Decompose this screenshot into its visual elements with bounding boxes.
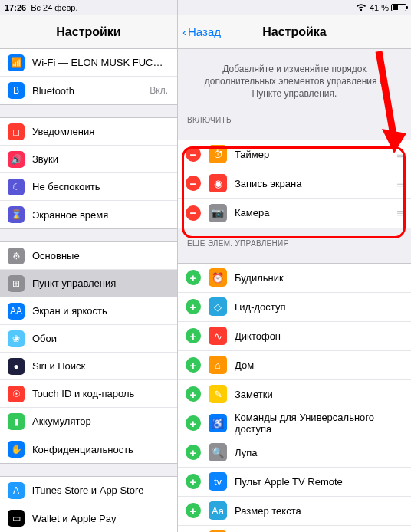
cc-row-timer: −⏱Таймер≡ [178,140,411,169]
settings-row-display[interactable]: AAЭкран и яркость [0,297,177,325]
cc-label: Лупа [235,447,403,458]
add-button[interactable]: + [186,357,201,373]
cc-label: Будильник [235,272,403,284]
right-list[interactable]: Добавляйте и изменяйте порядок дополните… [178,49,411,532]
add-button[interactable]: + [186,503,201,518]
cc-row-voice-memos: +∿Диктофон [178,322,411,351]
camera-icon: 📷 [209,204,227,222]
remove-button[interactable]: − [186,205,201,221]
back-button[interactable]: ‹ Назад [182,25,221,38]
cc-label: Камера [235,207,393,218]
settings-row-bluetooth[interactable]: BBluetoothВкл. [0,77,177,104]
row-label: Wallet и Apple Pay [32,513,169,524]
settings-row-privacy[interactable]: ✋Конфиденциальность [0,435,177,463]
row-label: Звуки [32,153,169,165]
settings-row-notifications[interactable]: ◻Уведомления [0,118,177,146]
left-list[interactable]: 📶Wi-Fi — ELON MUSK FUCKS SP…BBluetoothВк… [0,49,177,532]
settings-row-sounds[interactable]: 🔊Звуки [0,146,177,173]
settings-row-appstore[interactable]: AiTunes Store и App Store [0,477,177,504]
battery-icon [391,4,406,11]
cc-label: Диктофон [235,330,403,342]
siri-icon: ● [8,358,25,375]
settings-row-control-center[interactable]: ⊞Пункт управления [0,270,177,297]
notes-icon: ✎ [209,385,227,403]
row-detail: Вкл. [150,85,168,96]
cc-label: Пульт Apple TV Remote [235,476,403,488]
add-button[interactable]: + [186,299,201,314]
right-title: Настройка [262,25,326,39]
appstore-icon: A [8,482,25,499]
battery-percent: 41 % [370,3,389,12]
cc-label: Размер текста [235,505,403,517]
row-label: Пункт управления [32,277,169,289]
cc-label: Таймер [235,149,393,160]
cc-row-apple-tv-remote: +tvПульт Apple TV Remote [178,468,411,497]
settings-row-wifi[interactable]: 📶Wi-Fi — ELON MUSK FUCKS SP… [0,49,177,77]
display-icon: AA [8,303,25,320]
cc-row-text-size: +AaРазмер текста [178,497,411,526]
row-label: Экранное время [32,209,169,221]
touchid-icon: ☉ [8,386,25,402]
reorder-grip-icon[interactable]: ≡ [393,177,403,190]
reorder-grip-icon[interactable]: ≡ [393,206,403,219]
bluetooth-icon: B [8,82,25,99]
settings-row-wallpaper[interactable]: ❀Обои [0,325,177,353]
settings-row-battery[interactable]: ▮Аккумулятор [0,408,177,435]
battery-icon: ▮ [8,413,25,430]
remove-button[interactable]: − [186,176,201,191]
screen-recording-icon: ◉ [209,174,227,192]
control-center-icon: ⊞ [8,275,25,292]
reorder-grip-icon[interactable]: ≡ [393,148,403,161]
home-icon: ⌂ [209,356,227,374]
settings-row-general[interactable]: ⚙Основные [0,242,177,270]
accessibility-shortcuts-icon: ♿ [209,414,227,432]
wifi-icon: 📶 [8,54,25,71]
voice-memos-icon: ∿ [209,327,227,345]
guided-access-icon: ◇ [209,297,227,316]
right-navbar: ‹ Назад Настройка [178,15,411,49]
add-button[interactable]: + [186,415,201,431]
cc-row-accessibility-shortcuts: +♿Команды для Универсального доступа [178,409,411,438]
status-date: Вс 24 февр. [31,3,77,12]
left-pane: 17:26 Вс 24 февр. Настройки 📶Wi-Fi — ELO… [0,0,178,532]
included-header: ВКЛЮЧИТЬ [178,105,411,127]
notifications-icon: ◻ [8,123,25,140]
sounds-icon: 🔊 [8,151,25,168]
row-label: Основные [32,250,169,261]
cc-row-magnifier: +🔍Лупа [178,438,411,468]
wifi-icon [356,4,367,13]
settings-row-screentime[interactable]: ⌛Экранное время [0,201,177,228]
settings-row-wallet[interactable]: ▭Wallet и Apple Pay [0,504,177,532]
cc-label: Запись экрана [235,178,393,189]
row-label: Wi-Fi — ELON MUSK FUCKS SP… [32,57,169,68]
cc-label: Команды для Универсального доступа [235,412,403,435]
magnifier-icon: 🔍 [209,443,227,461]
more-header: ЕЩЕ ЭЛЕМ. УПРАВЛЕНИЯ [178,228,411,251]
screentime-icon: ⌛ [8,206,25,223]
settings-row-dnd[interactable]: ☾Не беспокоить [0,173,177,201]
cc-label: Заметки [235,389,403,400]
wallet-icon: ▭ [8,510,25,527]
row-label: Уведомления [32,126,169,137]
cc-row-alarm: +⏰Будильник [178,264,411,293]
add-button[interactable]: + [186,386,201,402]
row-label: Экран и яркость [32,305,169,317]
chevron-left-icon: ‹ [182,25,186,38]
add-button[interactable]: + [186,328,201,343]
status-bar-right: 41 % [178,0,411,15]
timer-icon: ⏱ [209,145,227,163]
remove-button[interactable]: − [186,146,201,162]
add-button[interactable]: + [186,445,201,460]
settings-row-touchid[interactable]: ☉Touch ID и код-пароль [0,380,177,408]
apple-tv-remote-icon: tv [209,472,227,491]
cc-row-guided-access: +◇Гид-доступ [178,293,411,322]
row-label: Конфиденциальность [32,444,169,455]
back-label: Назад [188,25,221,38]
settings-row-siri[interactable]: ●Siri и Поиск [0,353,177,380]
status-bar-left: 17:26 Вс 24 февр. [0,0,177,15]
add-button[interactable]: + [186,270,201,285]
left-navbar: Настройки [0,15,177,49]
add-button[interactable]: + [186,474,201,489]
general-icon: ⚙ [8,248,25,264]
cc-row-camera: −📷Камера≡ [178,199,411,228]
